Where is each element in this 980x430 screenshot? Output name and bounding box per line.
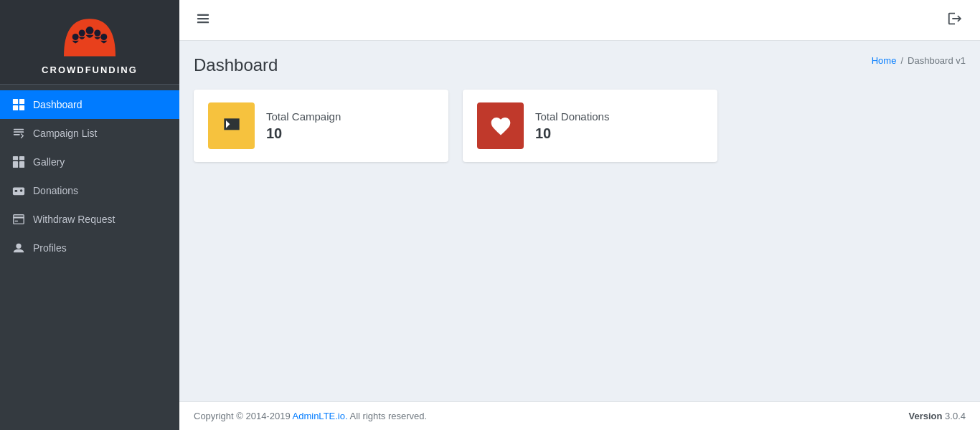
dashboard-icon — [11, 97, 26, 112]
sidebar-item-donations-label: Donations — [33, 185, 78, 196]
footer-version-number: 3.0.4 — [945, 411, 966, 421]
svg-rect-5 — [13, 99, 18, 104]
footer-version-label: Version — [908, 411, 942, 421]
svg-point-0 — [72, 34, 79, 40]
card-total-donations: Total Donations 10 — [463, 90, 717, 162]
sidebar-item-campaign-list[interactable]: Campaign List — [0, 119, 179, 148]
brand-text: CROWDFUNDING — [42, 64, 138, 75]
svg-rect-24 — [197, 17, 209, 19]
breadcrumb-current: Dashboard v1 — [908, 55, 966, 66]
donations-card-icon — [477, 102, 524, 149]
donations-icon — [11, 183, 26, 198]
sidebar: CROWDFUNDING Dashboard — [0, 0, 179, 430]
svg-point-18 — [20, 189, 23, 192]
campaign-card-info: Total Campaign 10 — [266, 110, 434, 142]
sidebar-brand: CROWDFUNDING — [0, 0, 179, 85]
svg-rect-9 — [14, 129, 24, 130]
footer-copyright: Copyright © 2014-2019 AdminLTE.io. All r… — [194, 411, 427, 421]
brand-logo — [57, 11, 122, 62]
svg-point-2 — [86, 27, 94, 34]
svg-rect-15 — [19, 161, 24, 168]
footer-link[interactable]: AdminLTE.io. — [293, 411, 348, 421]
profiles-icon — [11, 241, 26, 255]
svg-point-1 — [79, 30, 85, 37]
sidebar-item-dashboard-label: Dashboard — [33, 99, 83, 110]
content-wrapper: Dashboard Home / Dashboard v1 — [179, 41, 980, 401]
svg-rect-23 — [197, 14, 209, 15]
top-navbar — [179, 0, 980, 41]
campaign-card-label: Total Campaign — [266, 110, 434, 123]
svg-point-3 — [94, 30, 100, 37]
breadcrumb-separator: / — [900, 55, 903, 66]
logout-button[interactable] — [941, 8, 969, 33]
svg-rect-17 — [15, 190, 18, 192]
svg-rect-11 — [14, 134, 20, 135]
sidebar-item-campaign-list-label: Campaign List — [33, 128, 98, 139]
svg-rect-16 — [13, 188, 24, 196]
donations-card-label: Total Donations — [535, 110, 703, 123]
footer: Copyright © 2014-2019 AdminLTE.io. All r… — [179, 401, 980, 430]
hamburger-button[interactable] — [191, 9, 215, 32]
svg-point-22 — [16, 244, 21, 249]
sidebar-item-dashboard[interactable]: Dashboard — [0, 90, 179, 119]
svg-rect-6 — [19, 99, 24, 104]
content-header: Dashboard Home / Dashboard v1 — [194, 55, 966, 75]
sidebar-item-withdraw-request-label: Withdraw Request — [33, 214, 115, 225]
donations-card-info: Total Donations 10 — [535, 110, 703, 142]
breadcrumb: Home / Dashboard v1 — [872, 55, 966, 66]
svg-rect-12 — [13, 156, 18, 160]
sidebar-item-profiles-label: Profiles — [33, 242, 67, 254]
svg-rect-20 — [14, 216, 24, 218]
svg-rect-19 — [14, 215, 24, 224]
sidebar-item-profiles[interactable]: Profiles — [0, 234, 179, 262]
gallery-icon — [11, 155, 26, 169]
page-title: Dashboard — [194, 55, 278, 75]
svg-rect-7 — [13, 105, 18, 110]
footer-version: Version 3.0.4 — [908, 411, 966, 421]
campaign-card-icon — [208, 102, 255, 149]
svg-rect-14 — [13, 161, 18, 168]
svg-rect-21 — [15, 221, 19, 221]
svg-rect-8 — [19, 105, 24, 110]
svg-rect-25 — [197, 22, 209, 23]
cards-row: Total Campaign 10 Total Donations 10 — [194, 90, 966, 162]
svg-rect-13 — [19, 156, 24, 160]
sidebar-nav: Dashboard Campaign List — [0, 85, 179, 430]
sidebar-item-donations[interactable]: Donations — [0, 176, 179, 205]
sidebar-item-withdraw-request[interactable]: Withdraw Request — [0, 205, 179, 234]
svg-rect-10 — [14, 131, 24, 133]
campaign-icon — [11, 126, 26, 140]
svg-point-4 — [100, 34, 107, 40]
sidebar-item-gallery-label: Gallery — [33, 156, 65, 168]
breadcrumb-home[interactable]: Home — [872, 55, 897, 66]
withdraw-icon — [11, 212, 26, 226]
main-content: Dashboard Home / Dashboard v1 — [179, 0, 980, 430]
donations-card-value: 10 — [535, 125, 703, 142]
card-total-campaign: Total Campaign 10 — [194, 90, 448, 162]
campaign-card-value: 10 — [266, 125, 434, 142]
sidebar-item-gallery[interactable]: Gallery — [0, 148, 179, 176]
